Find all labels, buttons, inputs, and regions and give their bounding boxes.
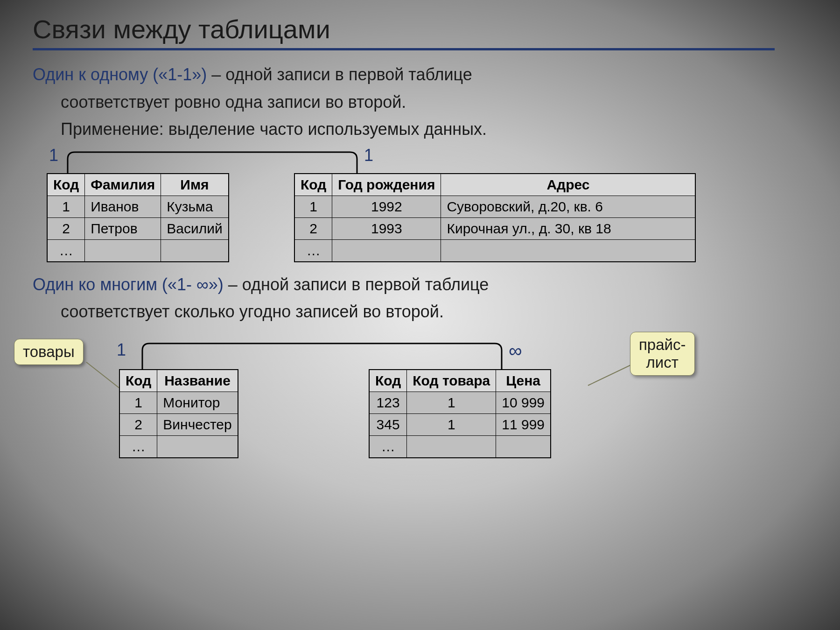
one-to-one-block: 1 1 КодФамилияИмя 1ИвановКузьма 2ПетровВ… bbox=[33, 147, 807, 273]
cardinality-left-1: 1 bbox=[49, 146, 58, 165]
table-cell: … bbox=[119, 435, 157, 458]
table-cell: 1992 bbox=[332, 196, 441, 217]
col-good-code: Код товара bbox=[407, 370, 496, 392]
one-to-many-block: товары прайс- лист 1 ∞ КодНазвание 1Мони… bbox=[33, 332, 807, 476]
table-cell: Василий bbox=[161, 217, 229, 239]
col-address: Адрес bbox=[441, 174, 696, 196]
table-cell bbox=[161, 239, 229, 262]
col-code: Код bbox=[369, 370, 407, 392]
one-to-one-line3: Применение: выделение часто используемых… bbox=[61, 118, 807, 141]
col-birthyear: Год рождения bbox=[332, 174, 441, 196]
one-to-one-line2: соответствует ровно одна записи во второ… bbox=[61, 91, 807, 114]
table-cell: 2 bbox=[119, 413, 157, 435]
goods-table: КодНазвание 1Монитор 2Винчестер … bbox=[119, 369, 238, 458]
callout-goods: товары bbox=[14, 339, 84, 365]
col-firstname: Имя bbox=[161, 174, 229, 196]
person-details-table: КодГод рожденияАдрес 11992Суворовский, д… bbox=[294, 173, 696, 262]
table-cell: 10 999 bbox=[496, 392, 551, 413]
table-cell bbox=[157, 435, 238, 458]
table-cell: 1 bbox=[294, 196, 332, 217]
page-title: Связи между таблицами bbox=[33, 14, 807, 44]
one-to-many-rest: – одной записи в первой таблице bbox=[224, 275, 489, 294]
cardinality-right-2: ∞ bbox=[509, 340, 522, 361]
cardinality-left-2: 1 bbox=[117, 340, 126, 360]
table-cell: 1 bbox=[119, 392, 157, 413]
table-cell: 123 bbox=[369, 392, 407, 413]
table-cell: 1993 bbox=[332, 217, 441, 239]
col-name: Название bbox=[157, 370, 238, 392]
table-cell: … bbox=[294, 239, 332, 262]
table-cell bbox=[332, 239, 441, 262]
table-cell bbox=[85, 239, 161, 262]
table-cell bbox=[407, 435, 496, 458]
table-cell: 2 bbox=[294, 217, 332, 239]
table-cell: Монитор bbox=[157, 392, 238, 413]
table-cell: Кузьма bbox=[161, 196, 229, 217]
one-to-one-lead: Один к одному («1-1») bbox=[33, 65, 207, 84]
table-cell: 1 bbox=[407, 392, 496, 413]
col-price: Цена bbox=[496, 370, 551, 392]
table-cell: 11 999 bbox=[496, 413, 551, 435]
table-cell: Винчестер bbox=[157, 413, 238, 435]
pricelist-table: КодКод товараЦена 123110 999 345111 999 … bbox=[369, 369, 551, 458]
table-cell bbox=[441, 239, 696, 262]
cardinality-right-1: 1 bbox=[364, 146, 373, 165]
col-code: Код bbox=[47, 174, 85, 196]
col-code: Код bbox=[294, 174, 332, 196]
table-cell: … bbox=[47, 239, 85, 262]
col-lastname: Фамилия bbox=[85, 174, 161, 196]
table-cell: 345 bbox=[369, 413, 407, 435]
table-cell: 1 bbox=[407, 413, 496, 435]
one-to-many-intro: Один ко многим («1- ∞») – одной записи в… bbox=[33, 273, 807, 296]
table-cell: Кирочная ул., д. 30, кв 18 bbox=[441, 217, 696, 239]
table-cell: Петров bbox=[85, 217, 161, 239]
persons-table: КодФамилияИмя 1ИвановКузьма 2ПетровВасил… bbox=[47, 173, 229, 262]
col-code: Код bbox=[119, 370, 157, 392]
one-to-one-intro: Один к одному («1-1») – одной записи в п… bbox=[33, 63, 807, 86]
table-cell: 2 bbox=[47, 217, 85, 239]
table-cell: 1 bbox=[47, 196, 85, 217]
one-to-one-rest: – одной записи в первой таблице bbox=[207, 65, 472, 84]
title-rule bbox=[33, 48, 775, 50]
callout-pricelist: прайс- лист bbox=[630, 332, 695, 376]
one-to-many-line2: соответствует сколько угодно записей во … bbox=[61, 301, 807, 323]
table-cell: Суворовский, д.20, кв. 6 bbox=[441, 196, 696, 217]
table-cell: Иванов bbox=[85, 196, 161, 217]
table-cell: … bbox=[369, 435, 407, 458]
table-cell bbox=[496, 435, 551, 458]
one-to-many-lead: Один ко многим («1- ∞») bbox=[33, 275, 224, 294]
